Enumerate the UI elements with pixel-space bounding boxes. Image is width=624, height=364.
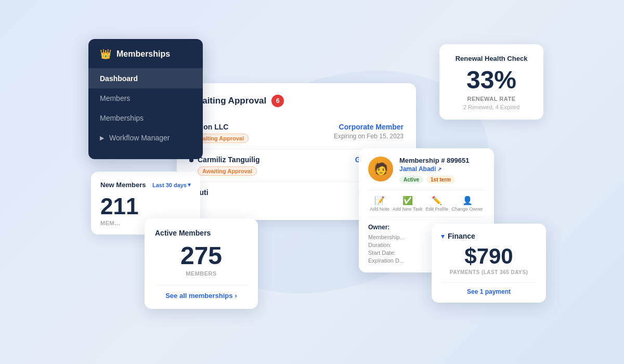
see-all-memberships-link[interactable]: See all memberships › <box>155 285 248 300</box>
avatar-emoji: 🧑 <box>374 162 388 176</box>
edit-profile-label: Edit Profile <box>426 206 449 212</box>
active-members-count: 275 <box>155 243 248 268</box>
sidebar-members-label: Members <box>100 94 130 102</box>
task-icon: ✅ <box>393 196 422 205</box>
see-payment-link[interactable]: See 1 payment <box>441 282 537 295</box>
add-task-label: Add New Task <box>393 206 422 212</box>
owner-label: Owner: <box>368 224 389 231</box>
awaiting-membership-name-1: Corporate Member <box>334 123 404 131</box>
awaiting-header: Awaiting Approval 6 <box>189 95 404 107</box>
awaiting-row[interactable]: ...illion LLC Awaiting Approval Corporat… <box>189 116 404 149</box>
chevron-down-icon: ▾ <box>441 232 445 240</box>
sidebar-workflow-label: Workflow Manager <box>109 134 170 142</box>
finance-payments-label: PAYMENTS (LAST 365 DAYS) <box>441 269 537 275</box>
chevron-down-icon: ▾ <box>188 181 191 188</box>
period-label: Last 30 days <box>152 182 187 188</box>
external-link-icon: ↗ <box>437 166 441 172</box>
chevron-right-icon: › <box>235 292 237 300</box>
finance-title: Finance <box>448 232 475 240</box>
new-members-title: New Members <box>100 181 146 189</box>
membership-number: Membership # 899651 <box>399 157 485 164</box>
membership-detail-header: 🧑 Membership # 899651 Jamal Abadi ↗ Acti… <box>368 157 485 184</box>
sidebar-header: 👑 Memberships <box>88 48 203 69</box>
change-owner-label: Change Owner <box>451 206 483 212</box>
sidebar-item-memberships[interactable]: Memberships <box>88 108 203 128</box>
awaiting-count-badge: 6 <box>271 95 284 107</box>
sidebar-brand-label: Memberships <box>116 49 170 59</box>
status-badges: Active 1st term <box>399 176 485 184</box>
awaiting-name-2: Carmiliz Tanguilig <box>198 155 260 164</box>
period-selector[interactable]: Last 30 days ▾ <box>152 181 191 188</box>
awaiting-membership-1: Corporate Member Expiring on Feb 15, 202… <box>334 123 404 140</box>
sidebar-item-members[interactable]: Members <box>88 88 203 108</box>
add-note-label: Add Note <box>370 206 389 212</box>
sidebar-item-workflow[interactable]: ▶ Workflow Manager <box>88 128 203 148</box>
sidebar-item-dashboard[interactable]: Dashboard <box>88 69 203 88</box>
renewal-title: Renewal Health Check <box>449 55 534 62</box>
edit-profile-button[interactable]: ✏️ Edit Profile <box>426 196 449 212</box>
sidebar-memberships-label: Memberships <box>100 114 144 122</box>
finance-header: ▾ Finance <box>441 232 537 240</box>
new-members-header: New Members Last 30 days ▾ <box>100 181 191 189</box>
arrow-icon: ▶ <box>100 135 104 141</box>
member-name-link[interactable]: Jamal Abadi ↗ <box>399 165 485 173</box>
sidebar-dashboard-label: Dashboard <box>100 74 138 83</box>
term-badge: 1st term <box>426 176 455 184</box>
new-members-count: 211 <box>100 195 191 218</box>
active-status-badge: Active <box>399 176 423 184</box>
finance-card: ▾ Finance $790 PAYMENTS (LAST 365 DAYS) … <box>432 224 546 303</box>
see-all-label: See all memberships <box>165 292 232 300</box>
awaiting-badge-2: Awaiting Approval <box>198 166 257 176</box>
membership-info: Membership # 899651 Jamal Abadi ↗ Active… <box>399 157 485 184</box>
active-members-label: MEMBERS <box>155 270 248 277</box>
add-task-button[interactable]: ✅ Add New Task <box>393 196 422 212</box>
note-icon: 📝 <box>370 196 389 205</box>
awaiting-date-1: Expiring on Feb 15, 2023 <box>334 133 404 140</box>
member-avatar: 🧑 <box>368 157 393 181</box>
renewal-sub-label: 2 Renewed, 4 Expired <box>449 104 534 110</box>
active-members-card: Active Members 275 MEMBERS See all membe… <box>145 218 258 309</box>
owner-icon: 👤 <box>451 196 483 205</box>
add-note-button[interactable]: 📝 Add Note <box>370 196 389 212</box>
sidebar: 👑 Memberships Dashboard Members Membersh… <box>88 39 203 159</box>
renewal-health-card: Renewal Health Check 33% RENEWAL RATE 2 … <box>439 44 543 120</box>
edit-icon: ✏️ <box>426 196 449 205</box>
change-owner-button[interactable]: 👤 Change Owner <box>451 196 483 212</box>
crown-icon: 👑 <box>100 48 111 60</box>
awaiting-name-col-2: Carmiliz Tanguilig Awaiting Approval <box>198 155 260 175</box>
finance-amount: $790 <box>441 245 537 267</box>
action-icons-bar: 📝 Add Note ✅ Add New Task ✏️ Edit Profil… <box>368 190 485 217</box>
active-members-title: Active Members <box>155 229 248 237</box>
renewal-rate-label: RENEWAL RATE <box>449 96 534 102</box>
member-name: Jamal Abadi <box>399 165 436 173</box>
awaiting-left-col-2: Carmiliz Tanguilig Awaiting Approval <box>189 155 260 175</box>
renewal-percentage: 33% <box>449 68 534 93</box>
